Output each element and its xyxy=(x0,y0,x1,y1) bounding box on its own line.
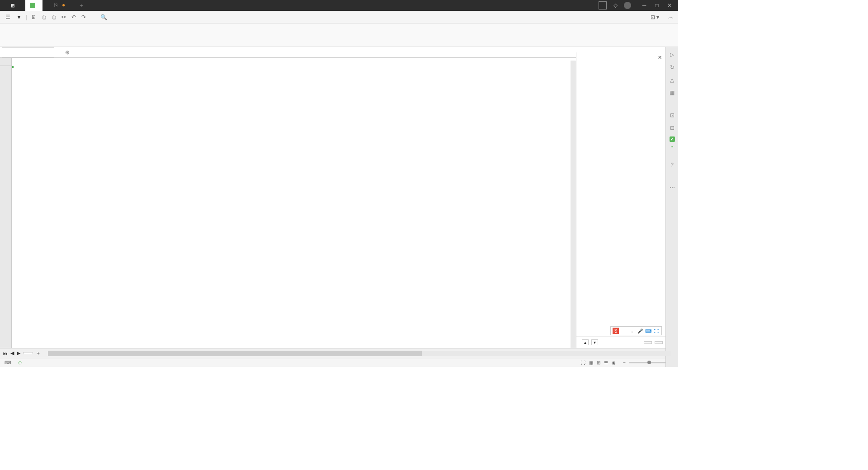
tab-extras: ⎘ ● ＋ xyxy=(42,2,84,9)
sheet-tabs-bar: ⏮ ◀ ▶ ＋ xyxy=(0,348,678,358)
comment-button[interactable]: ⊡ ▾ xyxy=(651,14,659,20)
ime-lang[interactable] xyxy=(621,328,627,334)
add-sheet-button[interactable]: ＋ xyxy=(36,350,41,357)
pane-body-label xyxy=(576,63,665,70)
chevron-down-icon: ▾ xyxy=(18,14,20,20)
view-fullscreen-icon[interactable]: ⛶ xyxy=(581,360,585,365)
sheet-nav-next-icon[interactable]: ▶ xyxy=(17,350,20,356)
more-icon[interactable]: ⋯ xyxy=(668,183,676,192)
protect-status: ⊙ xyxy=(18,360,22,365)
name-box[interactable] xyxy=(2,47,54,57)
grid-icon[interactable]: ▦ xyxy=(668,89,676,97)
search-box[interactable]: 🔍 xyxy=(100,14,109,20)
selection-border xyxy=(12,66,14,68)
sheet-nav-prev-icon[interactable]: ◀ xyxy=(10,350,14,356)
print-icon[interactable]: ⎙ xyxy=(51,14,57,20)
menu-icon[interactable]: ☰ xyxy=(5,14,11,20)
print-preview-icon[interactable]: ⎙ xyxy=(41,14,47,20)
menu-bar: ☰ ▾ | 🗎 ⎙ ⎙ ✂ ↶ ↷ 🔍 ⊡ ▾ ︿ xyxy=(0,11,678,24)
status-bar: ⌨ ⊙ ⛶ ▦ ⊞ ☰ ◉ − ＋ xyxy=(0,358,678,367)
maximize-button[interactable]: □ xyxy=(653,1,661,9)
lock-icon[interactable]: △ xyxy=(668,76,676,84)
refresh-icon[interactable]: ↻ xyxy=(668,63,676,71)
percent-badge xyxy=(671,146,673,147)
check-badge[interactable]: ✔ xyxy=(670,136,675,142)
new-tab-button[interactable]: ＋ xyxy=(70,2,84,9)
sheet-tab-active[interactable] xyxy=(23,352,33,354)
select-all-corner[interactable] xyxy=(0,58,12,66)
help-icon[interactable]: ? xyxy=(668,161,676,169)
hide-all-button[interactable] xyxy=(655,341,663,344)
zoom-slider[interactable] xyxy=(629,362,665,363)
undo-icon[interactable]: ↶ xyxy=(71,14,77,20)
pin-icon[interactable]: ⎘ xyxy=(54,2,57,9)
cut-icon[interactable]: ✂ xyxy=(61,14,67,20)
keyboard-icon[interactable]: ⌨ xyxy=(5,360,11,365)
horizontal-scrollbar[interactable] xyxy=(48,351,671,356)
vertical-scrollbar[interactable] xyxy=(571,61,576,348)
minimize-button[interactable]: ─ xyxy=(640,1,648,9)
view-pagebreak-icon[interactable]: ⊞ xyxy=(597,360,600,365)
collapse-ribbon-icon[interactable]: ︿ xyxy=(668,13,674,21)
selection-pane: ✕ ▴ ▾ xyxy=(576,52,665,348)
show-all-button[interactable] xyxy=(644,341,652,344)
tool2-icon[interactable]: ⊟ xyxy=(668,124,676,132)
user-avatar-icon[interactable] xyxy=(624,2,631,9)
sheet-nav-first-icon[interactable]: ⏮ xyxy=(3,351,8,356)
badge-count[interactable] xyxy=(599,1,607,9)
title-bar: ⊞ ⎘ ● ＋ ◇ ─ □ ✕ xyxy=(0,0,678,11)
file-menu[interactable]: ▾ xyxy=(14,13,22,21)
redo-icon[interactable]: ↷ xyxy=(80,14,87,20)
cursor-icon[interactable]: ▷ xyxy=(668,51,676,59)
wps-logo-icon: ⊞ xyxy=(0,3,25,8)
move-up-button[interactable]: ▴ xyxy=(582,339,589,345)
view-layout-icon[interactable]: ☰ xyxy=(604,360,608,365)
tool1-icon[interactable]: ⊡ xyxy=(668,111,676,119)
move-down-button[interactable]: ▾ xyxy=(591,339,598,345)
ime-punct-icon[interactable]: ， xyxy=(629,328,635,334)
side-toolbar: ▷ ↻ △ ▦ ⊡ ⊟ ✔ ? ⋯ xyxy=(665,47,678,367)
file-tab[interactable] xyxy=(25,0,42,11)
row-headers xyxy=(0,66,12,348)
ime-toolbar[interactable]: S ， 🎤 ⌨ ⛶ xyxy=(610,326,662,335)
view-normal-icon[interactable]: ▦ xyxy=(589,360,593,365)
formula-input[interactable] xyxy=(77,50,258,55)
pane-close-icon[interactable]: ✕ xyxy=(658,55,662,61)
unsaved-dot-icon: ● xyxy=(62,2,65,9)
cloud-icon[interactable]: ◇ xyxy=(611,1,619,9)
ime-keyboard-icon[interactable]: ⌨ xyxy=(645,328,651,334)
reading-mode-icon[interactable]: ◉ xyxy=(612,360,616,365)
zoom-out-button[interactable]: − xyxy=(623,360,626,365)
ime-logo-icon: S xyxy=(613,328,619,334)
ime-settings-icon[interactable]: ⛶ xyxy=(653,328,660,334)
spreadsheet-icon xyxy=(30,3,35,8)
close-button[interactable]: ✕ xyxy=(665,1,674,9)
ribbon xyxy=(0,24,678,47)
expand-icon[interactable]: ⊕ xyxy=(65,49,70,56)
save-icon[interactable]: 🗎 xyxy=(31,14,37,20)
ime-mic-icon[interactable]: 🎤 xyxy=(637,328,643,334)
search-icon: 🔍 xyxy=(100,14,107,20)
